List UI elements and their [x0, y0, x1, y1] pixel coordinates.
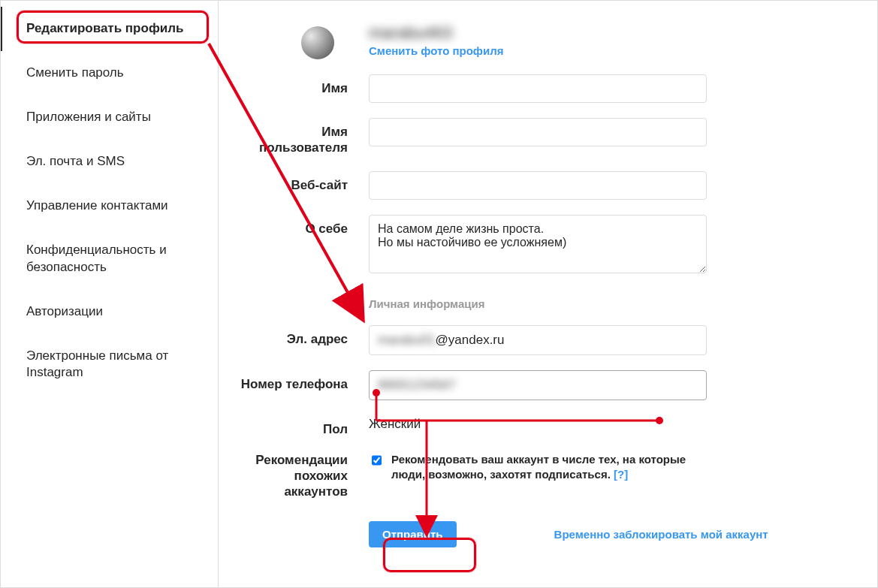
row-website: Веб-сайт [234, 171, 840, 200]
label-bio: О себе [234, 215, 369, 237]
label-name: Имя [234, 74, 369, 96]
avatar[interactable] [301, 26, 334, 59]
sidebar-item-email-sms[interactable]: Эл. почта и SMS [1, 140, 218, 184]
label-website: Веб-сайт [234, 171, 369, 193]
sidebar-item-manage-contacts[interactable]: Управление контактами [1, 184, 218, 228]
phone-blurred: 89001234567 [378, 378, 456, 393]
row-private-heading: Личная информация [234, 291, 840, 321]
submit-button[interactable]: Отправить [369, 521, 457, 547]
sidebar-item-privacy-security[interactable]: Конфиденциальность и безопасность [1, 228, 218, 290]
recommend-hint-link[interactable]: [?] [614, 468, 628, 481]
row-bio: О себе [234, 215, 840, 276]
bio-input[interactable] [369, 215, 707, 273]
row-gender: Пол Женский [234, 415, 840, 437]
settings-container: Редактировать профиль Сменить пароль При… [0, 0, 878, 588]
label-recommend: Рекомендации похожих аккаунтов [234, 452, 369, 500]
username-display: marabu463 [369, 23, 707, 43]
email-domain: @yandex.ru [436, 333, 505, 348]
sidebar-item-emails-from-instagram[interactable]: Электронные письма от Instagram [1, 334, 218, 396]
private-info-heading: Личная информация [369, 297, 707, 310]
phone-input[interactable]: 89001234567 [369, 370, 707, 400]
profile-header-row: marabu463 Сменить фото профиля [234, 23, 840, 59]
label-username: Имя пользователя [234, 118, 369, 156]
recommend-checkbox[interactable] [372, 454, 382, 466]
website-input[interactable] [369, 171, 707, 200]
row-phone: Номер телефона 89001234567 [234, 370, 840, 400]
label-gender: Пол [234, 415, 369, 437]
sidebar-item-apps-websites[interactable]: Приложения и сайты [1, 95, 218, 140]
gender-value[interactable]: Женский [369, 415, 707, 432]
sidebar: Редактировать профиль Сменить пароль При… [1, 1, 219, 587]
sidebar-item-login-activity[interactable]: Авторизации [1, 290, 218, 334]
label-email: Эл. адрес [234, 325, 369, 347]
row-name: Имя [234, 74, 840, 103]
username-input[interactable] [369, 118, 707, 146]
name-input[interactable] [369, 74, 707, 103]
sidebar-item-edit-profile[interactable]: Редактировать профиль [1, 7, 218, 51]
label-phone: Номер телефона [234, 370, 369, 392]
email-local-blurred: marabu01 [378, 333, 436, 348]
content: marabu463 Сменить фото профиля Имя Имя п… [219, 1, 877, 587]
recommend-text: Рекомендовать ваш аккаунт в числе тех, н… [391, 452, 707, 483]
row-submit: Отправить Временно заблокировать мой акк… [234, 521, 840, 547]
sidebar-item-change-password[interactable]: Сменить пароль [1, 51, 218, 95]
row-username: Имя пользователя [234, 118, 840, 156]
change-photo-link[interactable]: Сменить фото профиля [369, 44, 707, 57]
row-recommend: Рекомендации похожих аккаунтов Рекомендо… [234, 452, 840, 500]
email-input[interactable]: marabu01 @yandex.ru [369, 325, 707, 355]
row-email: Эл. адрес marabu01 @yandex.ru [234, 325, 840, 355]
disable-account-link[interactable]: Временно заблокировать мой аккаунт [554, 528, 768, 541]
